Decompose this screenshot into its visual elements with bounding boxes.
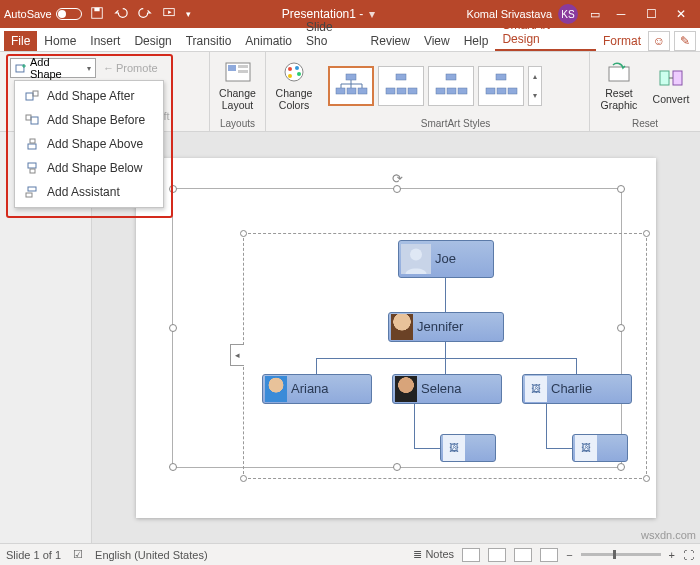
group-layouts: Layouts [216, 118, 259, 131]
notes-button[interactable]: ≣ Notes [413, 548, 454, 561]
autosave-toggle[interactable]: AutoSave [4, 8, 82, 20]
svg-rect-12 [346, 74, 356, 80]
svg-rect-14 [347, 88, 356, 94]
quick-access-toolbar: ▾ [90, 6, 191, 23]
resize-handle[interactable] [643, 475, 650, 482]
slide-area[interactable]: ⟳ ◂ [92, 132, 700, 543]
undo-icon[interactable] [114, 6, 128, 23]
slideshow-icon[interactable] [162, 6, 176, 23]
dd-add-assistant[interactable]: Add Assistant [15, 180, 163, 204]
ribbon-tabs: File Home Insert Design Transitio Animat… [0, 28, 700, 52]
change-colors-button[interactable]: Change Colors [272, 61, 316, 111]
chevron-down-icon: ▾ [87, 64, 91, 73]
tab-insert[interactable]: Insert [83, 31, 127, 51]
tab-smartart-design[interactable]: SmartArt Design [495, 15, 596, 51]
org-node-jennifer[interactable]: Jennifer [388, 312, 504, 342]
dd-add-shape-before[interactable]: Add Shape Before [15, 108, 163, 132]
slide[interactable]: ⟳ ◂ [136, 158, 656, 518]
dd-add-shape-below[interactable]: Add Shape Below [15, 156, 163, 180]
org-node-selena[interactable]: Selena [392, 374, 502, 404]
promote-button[interactable]: ← Promote [100, 58, 161, 78]
tab-transitions[interactable]: Transitio [179, 31, 239, 51]
style-item-4[interactable] [478, 66, 524, 106]
resize-handle[interactable] [617, 185, 625, 193]
org-node-charlie[interactable]: 🖼Charlie [522, 374, 632, 404]
save-icon[interactable] [90, 6, 104, 23]
sorter-view-button[interactable] [488, 548, 506, 562]
tab-slideshow[interactable]: Slide Sho [299, 17, 364, 51]
tab-format[interactable]: Format [596, 31, 648, 51]
tab-animations[interactable]: Animatio [238, 31, 299, 51]
style-item-2[interactable] [378, 66, 424, 106]
smartart-selection[interactable]: ⟳ ◂ [172, 188, 622, 468]
reset-graphic-button[interactable]: Reset Graphic [596, 61, 642, 111]
normal-view-button[interactable] [462, 548, 480, 562]
resize-handle[interactable] [169, 463, 177, 471]
dd-add-shape-above[interactable]: Add Shape Above [15, 132, 163, 156]
convert-label: Convert [653, 93, 690, 105]
change-layout-label: Change Layout [216, 87, 259, 111]
svg-point-42 [410, 248, 422, 260]
svg-rect-6 [238, 70, 248, 73]
text-pane-toggle[interactable]: ◂ [230, 344, 244, 366]
resize-handle[interactable] [240, 230, 247, 237]
dd-below-label: Add Shape Below [47, 161, 142, 175]
zoom-slider[interactable] [581, 553, 661, 556]
tab-view[interactable]: View [417, 31, 457, 51]
tab-help[interactable]: Help [457, 31, 496, 51]
org-node-joe[interactable]: Joe [398, 240, 494, 278]
watermark: wsxdn.com [641, 529, 696, 541]
zoom-out-button[interactable]: − [566, 549, 572, 561]
resize-handle[interactable] [169, 324, 177, 332]
autosave-label: AutoSave [4, 8, 52, 20]
org-node-empty-2[interactable]: 🖼 [572, 434, 628, 462]
resize-handle[interactable] [643, 230, 650, 237]
picture-placeholder-icon: 🖼 [575, 435, 597, 461]
svg-rect-22 [447, 88, 456, 94]
org-node-ariana[interactable]: Ariana [262, 374, 372, 404]
tab-home[interactable]: Home [37, 31, 83, 51]
svg-rect-41 [26, 193, 32, 197]
style-item-1[interactable] [328, 66, 374, 106]
slideshow-view-button[interactable] [540, 548, 558, 562]
node-label: Selena [421, 381, 461, 396]
svg-rect-33 [33, 91, 38, 96]
gallery-more-icon[interactable]: ▴▾ [528, 66, 542, 106]
redo-icon[interactable] [138, 6, 152, 23]
smartart-styles-gallery[interactable]: ▴▾ [328, 66, 542, 106]
reading-view-button[interactable] [514, 548, 532, 562]
tab-review[interactable]: Review [364, 31, 417, 51]
resize-handle[interactable] [393, 185, 401, 193]
svg-rect-39 [30, 169, 35, 173]
resize-handle[interactable] [169, 185, 177, 193]
comments-button[interactable]: ✎ [674, 31, 696, 51]
share-button[interactable]: ☺ [648, 31, 670, 51]
svg-rect-25 [486, 88, 495, 94]
svg-rect-19 [408, 88, 417, 94]
org-chart[interactable]: ◂ Joe Jennifer Ariana Selena [243, 233, 647, 479]
svg-rect-27 [508, 88, 517, 94]
dd-add-shape-after[interactable]: Add Shape After [15, 84, 163, 108]
connector [576, 358, 577, 374]
node-label: Charlie [551, 381, 592, 396]
close-button[interactable]: ✕ [666, 0, 696, 28]
minimize-button[interactable]: ─ [606, 0, 636, 28]
resize-handle[interactable] [240, 475, 247, 482]
tab-file[interactable]: File [4, 31, 37, 51]
maximize-button[interactable]: ☐ [636, 0, 666, 28]
org-node-empty-1[interactable]: 🖼 [440, 434, 496, 462]
spellcheck-icon[interactable]: ☑ [73, 548, 83, 561]
add-shape-button[interactable]: Add Shape ▾ [10, 58, 96, 78]
svg-rect-5 [238, 65, 248, 68]
connector [316, 358, 317, 374]
language-indicator[interactable]: English (United States) [95, 549, 208, 561]
change-layout-button[interactable]: Change Layout [216, 61, 259, 111]
picture-placeholder-icon: 🖼 [525, 376, 547, 402]
tab-design[interactable]: Design [127, 31, 178, 51]
zoom-in-button[interactable]: + [669, 549, 675, 561]
convert-button[interactable]: Convert [648, 67, 694, 105]
style-item-3[interactable] [428, 66, 474, 106]
fit-to-window-button[interactable]: ⛶ [683, 549, 694, 561]
slide-indicator: Slide 1 of 1 [6, 549, 61, 561]
rotate-handle-icon[interactable]: ⟳ [392, 171, 403, 186]
